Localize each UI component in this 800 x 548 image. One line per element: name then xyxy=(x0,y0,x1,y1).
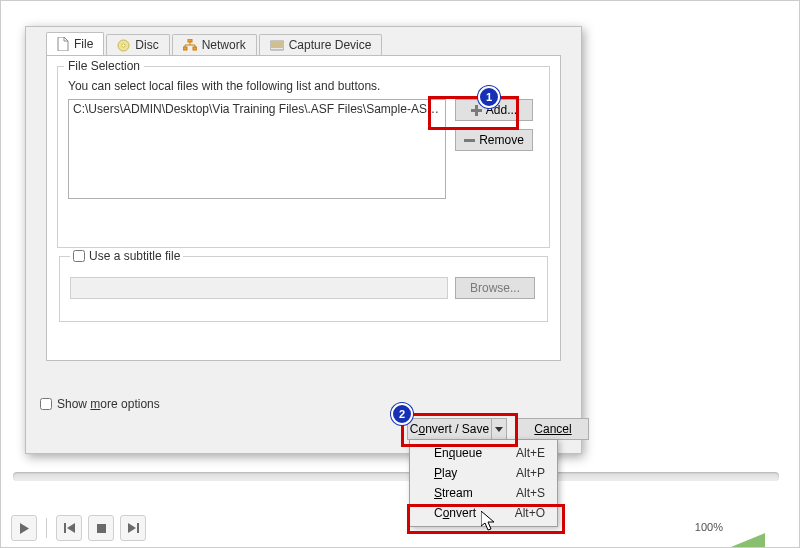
tab-file[interactable]: File xyxy=(46,32,104,55)
svg-rect-10 xyxy=(64,523,66,533)
stop-button[interactable] xyxy=(88,515,114,541)
svg-rect-6 xyxy=(271,42,283,48)
show-more-options-input[interactable] xyxy=(40,398,52,410)
tab-network-label: Network xyxy=(202,38,246,52)
network-icon xyxy=(183,39,197,51)
use-subtitle-checkbox[interactable]: Use a subtitle file xyxy=(70,249,183,263)
svg-rect-12 xyxy=(137,523,139,533)
seek-bar[interactable] xyxy=(13,472,779,481)
cancel-button-label: Cancel xyxy=(534,422,571,436)
menu-item-enqueue[interactable]: Enqueue Alt+E xyxy=(410,443,557,463)
capture-icon xyxy=(270,40,284,51)
minus-icon xyxy=(464,135,475,146)
file-selection-title: File Selection xyxy=(64,59,144,73)
volume-indicator: 100% xyxy=(695,521,765,533)
menu-item-enqueue-shortcut: Alt+E xyxy=(516,446,545,460)
open-media-dialog: File Disc Network Capture Device xyxy=(25,26,582,454)
prev-button[interactable] xyxy=(56,515,82,541)
menu-item-convert-shortcut: Alt+O xyxy=(515,506,545,520)
plus-icon xyxy=(471,105,482,116)
use-subtitle-input[interactable] xyxy=(73,250,85,262)
svg-rect-8 xyxy=(471,109,482,112)
file-icon xyxy=(57,37,69,51)
disc-icon xyxy=(117,39,130,52)
convert-save-menu: Enqueue Alt+E Play Alt+P Stream Alt+S Co… xyxy=(409,439,558,527)
convert-save-label: Convert / Save xyxy=(408,422,491,436)
selected-files-list[interactable]: C:\Users\ADMIN\Desktop\Via Training File… xyxy=(68,99,446,199)
menu-item-enqueue-label: Enqueue xyxy=(434,446,516,460)
toolbar-separator xyxy=(46,518,47,538)
volume-icon[interactable] xyxy=(731,521,765,533)
tab-network[interactable]: Network xyxy=(172,34,257,55)
remove-button-label: Remove xyxy=(479,133,524,147)
svg-point-1 xyxy=(122,43,125,46)
next-button[interactable] xyxy=(120,515,146,541)
svg-rect-3 xyxy=(183,47,187,50)
show-more-options-checkbox[interactable]: Show more options xyxy=(40,397,160,411)
file-path-entry: C:\Users\ADMIN\Desktop\Via Training File… xyxy=(73,102,446,116)
file-selection-desc: You can select local files with the foll… xyxy=(68,79,380,93)
annotation-badge-2: 2 xyxy=(391,403,413,425)
convert-save-button[interactable]: Convert / Save xyxy=(407,418,507,440)
player-toolbar xyxy=(11,515,146,541)
file-selection-group: File Selection You can select local file… xyxy=(57,66,550,248)
menu-item-convert-label: Convert xyxy=(434,506,515,520)
svg-rect-4 xyxy=(193,47,197,50)
tab-file-label: File xyxy=(74,37,93,51)
annotation-badge-1: 1 xyxy=(478,86,500,108)
subtitle-path-input xyxy=(70,277,448,299)
svg-rect-9 xyxy=(464,139,475,142)
use-subtitle-label: Use a subtitle file xyxy=(89,249,180,263)
svg-rect-2 xyxy=(188,39,192,42)
svg-rect-11 xyxy=(97,524,106,533)
browse-button: Browse... xyxy=(455,277,535,299)
menu-item-stream[interactable]: Stream Alt+S xyxy=(410,483,557,503)
menu-item-stream-shortcut: Alt+S xyxy=(516,486,545,500)
menu-item-play[interactable]: Play Alt+P xyxy=(410,463,557,483)
browse-button-label: Browse... xyxy=(470,281,520,295)
source-tabs: File Disc Network Capture Device xyxy=(46,33,384,55)
show-more-options-label: Show more options xyxy=(57,397,160,411)
play-button[interactable] xyxy=(11,515,37,541)
volume-value: 100% xyxy=(695,521,723,533)
convert-save-dropdown[interactable] xyxy=(491,419,506,439)
tab-capture-label: Capture Device xyxy=(289,38,372,52)
cancel-button[interactable]: Cancel xyxy=(517,418,589,440)
tab-disc-label: Disc xyxy=(135,38,158,52)
remove-button[interactable]: Remove xyxy=(455,129,533,151)
menu-item-convert[interactable]: Convert Alt+O xyxy=(410,503,557,523)
menu-item-stream-label: Stream xyxy=(434,486,516,500)
menu-item-play-label: Play xyxy=(434,466,516,480)
menu-item-play-shortcut: Alt+P xyxy=(516,466,545,480)
subtitle-group: Use a subtitle file Browse... xyxy=(59,256,548,322)
tab-capture[interactable]: Capture Device xyxy=(259,34,383,55)
tab-disc[interactable]: Disc xyxy=(106,34,169,55)
